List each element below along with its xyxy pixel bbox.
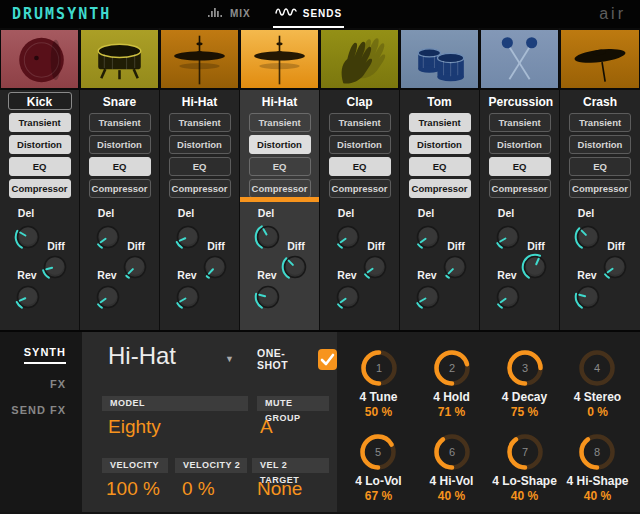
del-knob[interactable] [174,223,202,251]
mix-meter-icon [208,6,224,20]
fx-compressor-button[interactable]: Compressor [9,179,71,198]
diff-knob-label: Diff [41,240,71,252]
channel-strip: Tom TransientDistortionEQCompressor Del … [400,90,479,330]
fx-distortion-button[interactable]: Distortion [249,135,311,154]
crash-cymbal-icon [561,30,639,88]
pad-percussion[interactable] [481,30,558,88]
vel2-target-value[interactable]: None [257,478,302,500]
fx-transient-button[interactable]: Transient [329,113,391,132]
diff-knob[interactable] [201,253,229,281]
fx-distortion-button[interactable]: Distortion [169,135,231,154]
sidebar-item-send-fx[interactable]: SEND FX [11,404,66,416]
del-knob[interactable] [414,223,442,251]
pad-name-label: Clap [328,92,392,110]
del-knob-label: Del [411,207,441,219]
fx-distortion-button[interactable]: Distortion [409,135,471,154]
one-shot-checkbox[interactable] [318,349,337,370]
sidebar-item-fx[interactable]: FX [50,378,66,390]
macro-knob-7[interactable]: 7 [505,432,545,472]
macro-knob-number: 6 [448,446,454,458]
fx-distortion-button[interactable]: Distortion [9,135,71,154]
fx-transient-button[interactable]: Transient [9,113,71,132]
macro-value: 0 % [587,405,608,419]
fx-compressor-button[interactable]: Compressor [489,179,551,198]
rev-knob[interactable] [494,283,522,311]
fx-eq-button[interactable]: EQ [89,157,151,176]
velocity2-value[interactable]: 0 % [182,478,215,500]
macro-knob-2[interactable]: 2 [432,348,472,388]
fx-transient-button[interactable]: Transient [169,113,231,132]
fx-distortion-button[interactable]: Distortion [329,135,391,154]
del-knob[interactable] [14,223,42,251]
diff-knob[interactable] [601,253,629,281]
pad-hi-hat[interactable] [241,30,318,88]
fx-compressor-button[interactable]: Compressor [89,179,151,198]
macro-knob-3[interactable]: 3 [505,348,545,388]
fx-transient-button[interactable]: Transient [409,113,471,132]
del-knob[interactable] [254,223,282,251]
del-knob[interactable] [494,223,522,251]
fx-transient-button[interactable]: Transient [89,113,151,132]
fx-eq-button[interactable]: EQ [249,157,311,176]
fx-compressor-button[interactable]: Compressor [409,179,471,198]
macro-value: 50 % [365,405,392,419]
macro-knob-5[interactable]: 5 [358,432,398,472]
diff-knob[interactable] [441,253,469,281]
rev-knob[interactable] [334,283,362,311]
del-knob[interactable] [94,223,122,251]
fx-eq-button[interactable]: EQ [169,157,231,176]
del-knob[interactable] [334,223,362,251]
rev-knob[interactable] [174,283,202,311]
fx-eq-button[interactable]: EQ [569,157,631,176]
fx-distortion-button[interactable]: Distortion [89,135,151,154]
diff-knob-label: Diff [601,240,631,252]
fx-eq-button[interactable]: EQ [409,157,471,176]
mute-group-value[interactable]: A [260,416,273,438]
rev-knob[interactable] [94,283,122,311]
rev-knob-label: Rev [492,269,522,281]
fx-compressor-button[interactable]: Compressor [249,179,311,198]
diff-knob[interactable] [281,253,309,281]
macro-knob-8[interactable]: 8 [577,432,617,472]
fx-transient-button[interactable]: Transient [249,113,311,132]
pad-tom[interactable] [401,30,478,88]
del-knob[interactable] [574,223,602,251]
rev-knob[interactable] [574,283,602,311]
macro-knob-number: 1 [375,362,381,374]
fx-eq-button[interactable]: EQ [9,157,71,176]
sidebar-item-synth[interactable]: SYNTH [24,346,66,364]
diff-knob[interactable] [41,253,69,281]
fx-compressor-button[interactable]: Compressor [169,179,231,198]
fx-compressor-button[interactable]: Compressor [569,179,631,198]
pad-hi-hat[interactable] [161,30,238,88]
pad-crash[interactable] [561,30,639,88]
channel-strip: Hi-Hat TransientDistortionEQCompressor D… [240,90,319,330]
sends-wave-icon [275,6,297,20]
tab-mix[interactable]: MIX [206,0,253,28]
macro-knob-1[interactable]: 1 [359,348,399,388]
model-value[interactable]: Eighty [108,416,161,438]
pad-clap[interactable] [321,30,398,88]
instrument-selector[interactable]: Hi-Hat ▼ [108,342,234,370]
fx-transient-button[interactable]: Transient [569,113,631,132]
macro-knob-6[interactable]: 6 [432,432,472,472]
fx-transient-button[interactable]: Transient [489,113,551,132]
fx-distortion-button[interactable]: Distortion [569,135,631,154]
channel-strip: Kick TransientDistortionEQCompressor Del… [0,90,79,330]
tab-sends[interactable]: SENDS [273,0,344,28]
macro-knob-4[interactable]: 4 [577,348,617,388]
diff-knob[interactable] [361,253,389,281]
fx-eq-button[interactable]: EQ [489,157,551,176]
rev-knob[interactable] [414,283,442,311]
pad-kick[interactable] [1,30,78,88]
pad-snare[interactable] [81,30,158,88]
fx-eq-button[interactable]: EQ [329,157,391,176]
diff-knob[interactable] [121,253,149,281]
velocity-value[interactable]: 100 % [106,478,160,500]
diff-knob[interactable] [521,253,549,281]
rev-knob[interactable] [254,283,282,311]
rev-knob-label: Rev [332,269,362,281]
rev-knob[interactable] [14,283,42,311]
fx-compressor-button[interactable]: Compressor [329,179,391,198]
fx-distortion-button[interactable]: Distortion [489,135,551,154]
